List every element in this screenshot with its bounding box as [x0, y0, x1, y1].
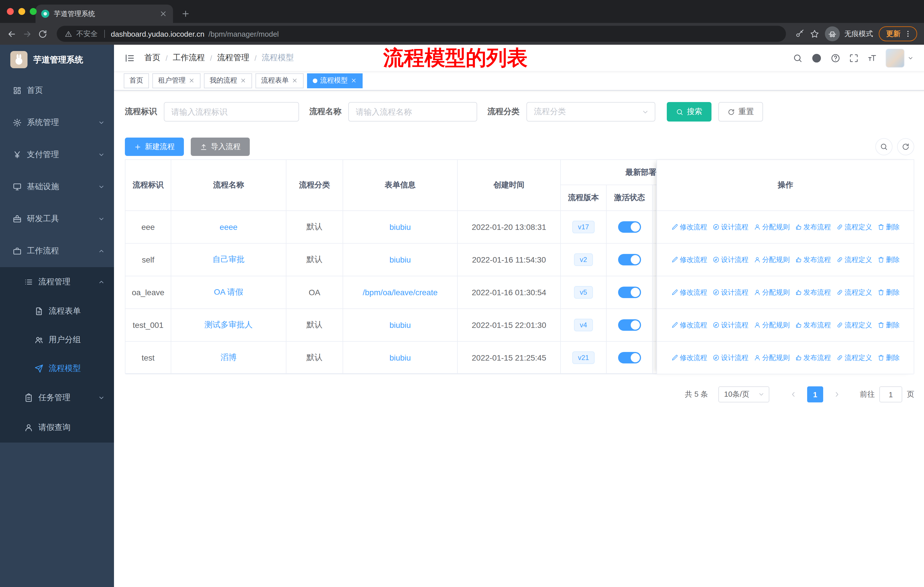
process-name-link[interactable]: OA 请假 — [214, 287, 243, 298]
active-toggle[interactable] — [618, 254, 641, 265]
search-button[interactable]: 搜索 — [667, 102, 711, 122]
user-menu[interactable] — [886, 48, 914, 67]
forward-icon[interactable] — [22, 29, 32, 39]
version-badge[interactable]: v4 — [574, 319, 592, 331]
edit-process-link[interactable]: 修改流程 — [671, 288, 707, 297]
maximize-window-button[interactable] — [30, 8, 37, 15]
active-toggle[interactable] — [618, 287, 641, 298]
current-page-button[interactable]: 1 — [807, 386, 823, 402]
design-process-link[interactable]: 设计流程 — [712, 288, 748, 297]
new-tab-button[interactable] — [181, 9, 190, 18]
font-size-icon[interactable] — [867, 53, 877, 63]
process-definition-link[interactable]: 流程定义 — [836, 255, 872, 265]
assign-rule-link[interactable]: 分配规则 — [754, 222, 790, 232]
app-logo[interactable]: 芋道管理系统 — [0, 45, 114, 74]
delete-link[interactable]: 删除 — [877, 320, 900, 330]
assign-rule-link[interactable]: 分配规则 — [754, 320, 790, 330]
page-size-select[interactable]: 10条/页 — [718, 386, 769, 402]
delete-link[interactable]: 删除 — [877, 222, 900, 232]
browser-tab[interactable]: 芋道管理系统 — [36, 5, 173, 23]
version-badge[interactable]: v5 — [574, 286, 592, 299]
bookmark-star-icon[interactable] — [810, 29, 819, 38]
sidebar-item-system[interactable]: 系统管理 — [0, 107, 114, 139]
design-process-link[interactable]: 设计流程 — [712, 222, 748, 232]
process-name-input[interactable] — [348, 102, 477, 122]
active-toggle[interactable] — [618, 221, 641, 233]
back-icon[interactable] — [7, 29, 16, 39]
sidebar-item-workflow[interactable]: 工作流程 — [0, 235, 114, 267]
sidebar-item-infrastructure[interactable]: 基础设施 — [0, 171, 114, 203]
version-badge[interactable]: v2 — [574, 253, 592, 266]
edit-process-link[interactable]: 修改流程 — [671, 255, 707, 265]
active-toggle[interactable] — [618, 319, 641, 331]
sidebar-item-devtools[interactable]: 研发工具 — [0, 203, 114, 235]
design-process-link[interactable]: 设计流程 — [712, 353, 748, 362]
reload-icon[interactable] — [38, 29, 48, 39]
sidebar-collapse-icon[interactable] — [124, 53, 135, 63]
help-icon[interactable] — [831, 53, 840, 63]
assign-rule-link[interactable]: 分配规则 — [754, 288, 790, 297]
process-name-link[interactable]: 滔博 — [221, 352, 237, 363]
design-process-link[interactable]: 设计流程 — [712, 255, 748, 265]
edit-process-link[interactable]: 修改流程 — [671, 320, 707, 330]
delete-link[interactable]: 删除 — [877, 353, 900, 362]
tag-process-model[interactable]: 流程模型 — [307, 73, 363, 88]
sidebar-item-leave-query[interactable]: 请假查询 — [0, 413, 114, 443]
reset-button[interactable]: 重置 — [718, 102, 763, 122]
import-process-button[interactable]: 导入流程 — [191, 137, 250, 156]
process-id-input[interactable] — [164, 102, 299, 122]
process-definition-link[interactable]: 流程定义 — [836, 222, 872, 232]
close-window-button[interactable] — [7, 8, 14, 15]
process-definition-link[interactable]: 流程定义 — [836, 288, 872, 297]
tag-process-form[interactable]: 流程表单 — [256, 73, 304, 88]
sidebar-item-process-form[interactable]: 流程表单 — [0, 297, 114, 326]
publish-process-link[interactable]: 发布流程 — [795, 353, 831, 362]
form-info-link[interactable]: biubiu — [389, 321, 411, 330]
avatar[interactable] — [886, 48, 904, 67]
version-badge[interactable]: v21 — [572, 351, 595, 364]
process-name-link[interactable]: 测试多审批人 — [205, 320, 252, 330]
publish-process-link[interactable]: 发布流程 — [795, 255, 831, 265]
refresh-table-button[interactable] — [897, 138, 914, 155]
delete-link[interactable]: 删除 — [877, 255, 900, 265]
password-key-icon[interactable] — [795, 29, 804, 38]
process-name-link[interactable]: 自己审批 — [213, 255, 244, 265]
close-icon[interactable] — [240, 78, 246, 84]
assign-rule-link[interactable]: 分配规则 — [754, 353, 790, 362]
publish-process-link[interactable]: 发布流程 — [795, 288, 831, 297]
process-definition-link[interactable]: 流程定义 — [836, 320, 872, 330]
close-icon[interactable] — [188, 78, 195, 84]
address-bar[interactable]: 不安全 dashboard.yudao.iocoder.cn/bpm/manag… — [57, 26, 786, 42]
form-info-link[interactable]: biubiu — [389, 222, 411, 231]
sidebar-item-task-management[interactable]: 任务管理 — [0, 383, 114, 413]
browser-update-button[interactable]: 更新 — [879, 26, 917, 41]
breadcrumb-item[interactable]: 首页 — [144, 53, 160, 63]
assign-rule-link[interactable]: 分配规则 — [754, 255, 790, 265]
breadcrumb-item[interactable]: 工作流程 — [173, 53, 205, 63]
breadcrumb-item[interactable]: 流程管理 — [218, 53, 249, 63]
close-icon[interactable] — [292, 78, 298, 84]
next-page-button[interactable] — [829, 386, 845, 402]
sidebar-item-user-group[interactable]: 用户分组 — [0, 326, 114, 354]
tag-tenant[interactable]: 租户管理 — [152, 73, 201, 88]
goto-page-input[interactable] — [879, 386, 902, 402]
form-info-link[interactable]: biubiu — [389, 353, 411, 362]
design-process-link[interactable]: 设计流程 — [712, 320, 748, 330]
tag-my-process[interactable]: 我的流程 — [204, 73, 252, 88]
create-process-button[interactable]: 新建流程 — [125, 137, 184, 156]
edit-process-link[interactable]: 修改流程 — [671, 353, 707, 362]
publish-process-link[interactable]: 发布流程 — [795, 222, 831, 232]
fullscreen-icon[interactable] — [849, 53, 859, 63]
sidebar-item-process-model[interactable]: 流程模型 — [0, 354, 114, 383]
search-icon[interactable] — [793, 53, 803, 63]
prev-page-button[interactable] — [785, 386, 802, 402]
form-info-link[interactable]: biubiu — [389, 255, 411, 264]
minimize-window-button[interactable] — [18, 8, 25, 15]
category-select[interactable]: 流程分类 — [526, 102, 655, 122]
sidebar-item-process-management[interactable]: 流程管理 — [0, 267, 114, 297]
version-badge[interactable]: v17 — [572, 221, 595, 233]
github-icon[interactable] — [811, 53, 822, 63]
process-definition-link[interactable]: 流程定义 — [836, 353, 872, 362]
process-name-link[interactable]: eeee — [220, 222, 238, 231]
sidebar-item-payment[interactable]: 支付管理 — [0, 139, 114, 171]
